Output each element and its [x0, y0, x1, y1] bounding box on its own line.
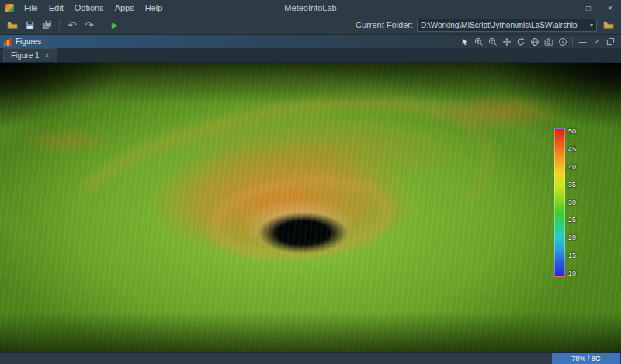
figure-tab-bar: Figure 1 × — [0, 48, 621, 63]
run-script-icon[interactable]: ▶ — [107, 17, 123, 33]
cyclone-volume-rendering — [0, 63, 621, 352]
redo-icon[interactable]: ↷ — [82, 17, 97, 33]
colorbar-tick: 40 — [568, 164, 576, 171]
colorbar-tick: 30 — [568, 199, 576, 206]
colorbar-tick: 20 — [568, 234, 576, 241]
toolbar-separator — [102, 19, 102, 30]
title-bar: File Edit Options Apps Help MeteoInfoLab… — [0, 0, 621, 16]
menu-file[interactable]: File — [19, 2, 43, 13]
zoom-in-icon[interactable] — [472, 36, 485, 47]
menu-apps[interactable]: Apps — [109, 2, 140, 13]
maximize-button[interactable]: □ — [578, 0, 599, 16]
colorbar-tick: 15 — [568, 252, 576, 259]
figure-canvas[interactable]: 50 45 40 35 30 25 20 15 10 — [0, 63, 621, 352]
full-extent-globe-icon[interactable] — [528, 36, 541, 47]
colorbar-gradient — [554, 128, 565, 277]
menu-edit[interactable]: Edit — [43, 2, 69, 13]
colorbar-tick: 35 — [568, 182, 576, 189]
menu-help[interactable]: Help — [140, 2, 168, 13]
app-logo-icon — [5, 4, 14, 12]
save-icon[interactable] — [22, 17, 37, 33]
minimize-button[interactable]: — — [556, 0, 578, 16]
panel-float-icon[interactable]: ↗ — [590, 36, 603, 47]
current-folder-path[interactable]: D:\Working\MIScript\Jython\mis\LaSW\airs… — [421, 21, 588, 29]
select-cursor-icon[interactable] — [458, 36, 471, 47]
figures-panel-icon — [4, 38, 12, 46]
chevron-down-icon[interactable]: ▾ — [590, 22, 593, 29]
colorbar-tick: 45 — [568, 146, 576, 153]
figures-panel-title: Figures — [16, 37, 41, 46]
snapshot-camera-icon[interactable] — [542, 36, 555, 47]
colorbar: 50 45 40 35 30 25 20 15 10 — [554, 128, 576, 277]
menu-options[interactable]: Options — [69, 2, 109, 13]
app-window: File Edit Options Apps Help MeteoInfoLab… — [0, 0, 621, 364]
colorbar-tick: 10 — [568, 270, 576, 277]
main-toolbar: ↶ ↷ ▶ Current Folder: D:\Working\MIScrip… — [0, 16, 621, 35]
identify-info-icon[interactable] — [556, 36, 569, 47]
zoom-out-icon[interactable] — [486, 36, 499, 47]
panel-dock-icon[interactable] — [604, 36, 617, 47]
figures-panel-header: Figures — [0, 35, 621, 48]
tab-label: Figure 1 — [11, 51, 40, 60]
colorbar-tick: 50 — [568, 128, 576, 135]
toolbar-separator — [59, 19, 60, 30]
current-folder-label: Current Folder: — [356, 20, 413, 29]
current-folder-combobox[interactable]: D:\Working\MIScript\Jython\mis\LaSW\airs… — [417, 19, 597, 32]
undo-icon[interactable]: ↶ — [64, 17, 80, 33]
toolbar-separator — [572, 37, 573, 46]
panel-minimize-icon[interactable]: — — [576, 36, 589, 47]
memory-usage-indicator[interactable]: 78% / 8G — [552, 353, 620, 364]
tab-figure-1[interactable]: Figure 1 × — [3, 48, 57, 62]
status-bar: 78% / 8G — [0, 352, 621, 364]
pan-icon[interactable] — [500, 36, 513, 47]
tab-close-icon[interactable]: × — [45, 51, 50, 60]
browse-folder-icon[interactable] — [601, 17, 616, 33]
rotate-icon[interactable] — [514, 36, 527, 47]
close-button[interactable]: × — [599, 0, 621, 16]
colorbar-tick: 25 — [568, 217, 576, 224]
colorbar-ticks: 50 45 40 35 30 25 20 15 10 — [568, 128, 576, 277]
open-folder-icon[interactable] — [5, 17, 20, 33]
save-all-icon[interactable] — [39, 17, 54, 33]
